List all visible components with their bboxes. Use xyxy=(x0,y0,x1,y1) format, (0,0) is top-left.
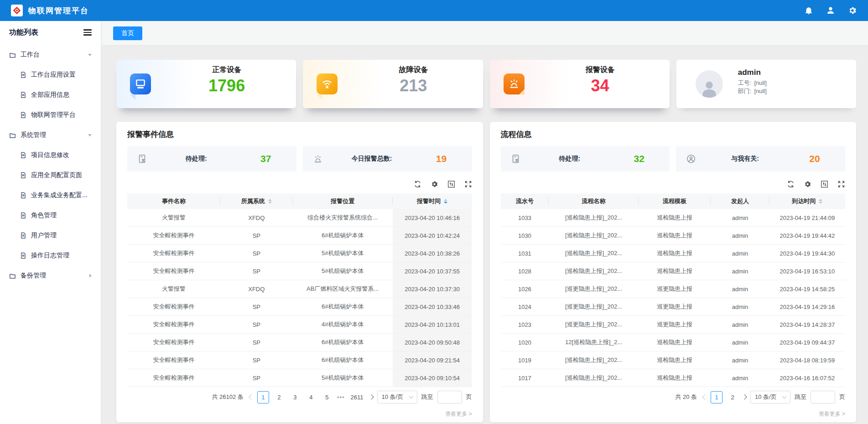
sidebar-item-backup-management[interactable]: 备份管理 xyxy=(0,266,101,286)
table-cell: 安全帽检测事件 xyxy=(127,245,220,262)
table-row[interactable]: 安全帽检测事件SP6#机组锅炉本体2023-04-20 10:42:24 xyxy=(127,227,472,245)
table-row[interactable]: 安全帽检测事件SP6#机组锅炉本体2023-04-20 09:21:54 xyxy=(127,351,472,369)
sidebar-item-workbench-app-settings[interactable]: 工作台应用设置 xyxy=(0,65,101,85)
sidebar-item-all-app-info[interactable]: 全部应用信息 xyxy=(0,85,101,105)
col-header-system[interactable]: 所属系统 xyxy=(220,194,293,209)
brand-logo-icon xyxy=(11,5,23,16)
table-row[interactable]: 1030[巡检隐患上报]_202...巡检隐患上报admin2023-04-19… xyxy=(501,227,846,245)
table-cell: 5#机组锅炉本体 xyxy=(293,245,393,262)
sidebar-item-operation-log-management[interactable]: 操作日志管理 xyxy=(0,246,101,266)
table-row[interactable]: 火警报警XFDQAB厂燃料区域火灾报警系...2023-04-20 10:37:… xyxy=(127,280,472,298)
prev-page-icon[interactable] xyxy=(249,394,254,399)
sidebar-item-project-info-edit[interactable]: 项目信息修改 xyxy=(0,145,101,165)
jump-page-input[interactable] xyxy=(437,391,462,403)
stat-box-pending: 待处理: 32 xyxy=(501,146,670,172)
prev-page-icon[interactable] xyxy=(702,394,707,399)
user-field-value: [null] xyxy=(754,79,766,86)
user-card[interactable]: admin 工号:[null] 部门:[null] xyxy=(676,60,856,108)
table-cell: admin xyxy=(711,227,769,244)
page-button[interactable]: 4 xyxy=(305,391,317,403)
table-row[interactable]: 1019[巡检隐患上报]_202...巡检隐患上报admin2023-04-18… xyxy=(501,351,846,369)
table-cell: 1028 xyxy=(501,262,549,280)
doc-icon xyxy=(20,112,26,118)
settings-icon[interactable] xyxy=(431,180,438,188)
col-header-alarm-time[interactable]: 报警时间 xyxy=(393,194,472,209)
stat-value: 37 xyxy=(245,153,286,164)
view-more-link[interactable]: 查看更多 > xyxy=(501,407,846,421)
alarm-pagination: 共 26102 条 1 2 3 4 5 ••• 2611 10 条/页 跳至 页 xyxy=(127,387,472,407)
table-row[interactable]: 安全帽检测事件SP5#机组锅炉本体2023-04-20 10:37:55 xyxy=(127,262,472,280)
view-more-link[interactable]: 查看更多 > xyxy=(127,407,472,421)
page-size-select[interactable]: 10 条/页 xyxy=(377,391,417,403)
user-icon[interactable] xyxy=(826,6,835,15)
sidebar-item-system-management[interactable]: 系统管理 xyxy=(0,125,101,145)
sidebar-item-business-integration-config[interactable]: 业务集成业务配置... xyxy=(0,185,101,205)
sidebar-item-iot-platform[interactable]: 物联网管理平台 xyxy=(0,105,101,125)
doc-icon xyxy=(20,152,26,158)
table-row[interactable]: 1031[巡检隐患上报]_202...巡检隐患上报admin2023-04-19… xyxy=(501,245,846,262)
page-button[interactable]: 1 xyxy=(711,391,722,403)
sidebar-item-app-global-config[interactable]: 应用全局配置页面 xyxy=(0,165,101,185)
fullscreen-icon[interactable] xyxy=(464,180,472,188)
table-cell: XFDQ xyxy=(220,209,293,226)
sort-icon-active-desc[interactable] xyxy=(444,199,447,204)
doc-icon xyxy=(20,192,26,199)
table-row[interactable]: 1033[巡检隐患上报]_202...巡检隐患上报admin2023-04-19… xyxy=(501,209,846,227)
doc-icon xyxy=(20,72,26,78)
page-button[interactable]: 3 xyxy=(289,391,301,403)
refresh-icon[interactable] xyxy=(787,180,795,188)
alarm-events-panel: 报警事件信息 待处理: 37 今日报警总数: 19 xyxy=(116,122,483,422)
stat-card-alarm-devices[interactable]: 报警设备 34 xyxy=(490,60,670,108)
columns-icon[interactable] xyxy=(447,180,455,188)
page-button[interactable]: 2611 xyxy=(349,391,365,403)
page-button[interactable]: 2 xyxy=(727,391,738,403)
stat-card-fault-devices[interactable]: 故障设备 213 xyxy=(303,60,483,108)
table-row[interactable]: 102012[巡检隐患上报]_2...巡检隐患上报admin2023-04-19… xyxy=(501,334,846,351)
sort-icon[interactable] xyxy=(819,199,822,204)
tab-home[interactable]: 首页 xyxy=(113,26,142,40)
process-info-panel: 流程信息 待处理: 32 与我有关: 20 xyxy=(490,122,857,422)
gear-icon[interactable] xyxy=(848,6,857,15)
page-size-select[interactable]: 10 条/页 xyxy=(750,391,790,403)
col-header-arrival-time[interactable]: 到达时间 xyxy=(769,194,845,209)
table-row[interactable]: 安全帽检测事件SP6#机组锅炉本体2023-04-20 10:33:46 xyxy=(127,298,472,316)
page-button[interactable]: 2 xyxy=(273,391,285,403)
table-cell: 巡检隐患上报 xyxy=(639,369,711,387)
page-button[interactable]: 1 xyxy=(257,391,269,403)
table-row[interactable]: 安全帽检测事件SP4#机组锅炉本体2023-04-20 10:13:01 xyxy=(127,316,472,334)
total-count: 共 26102 条 xyxy=(212,393,244,401)
table-row[interactable]: 1026[巡更隐患上报]_202...巡更隐患上报admin2023-04-19… xyxy=(501,280,846,298)
collapse-menu-icon[interactable] xyxy=(83,29,92,36)
table-row[interactable]: 安全帽检测事件SP5#机组锅炉本体2023-04-20 10:38:26 xyxy=(127,245,472,262)
next-page-icon[interactable] xyxy=(742,394,747,399)
stat-card-value: 34 xyxy=(535,76,665,95)
stat-label: 待处理: xyxy=(521,155,619,163)
table-cell: 2023-04-20 10:13:01 xyxy=(393,316,472,333)
table-row[interactable]: 1028[巡检隐患上报]_202...巡检隐患上报admin2023-04-19… xyxy=(501,262,846,280)
table-row[interactable]: 1023[巡更隐患上报]_202...巡更隐患上报admin2023-04-19… xyxy=(501,316,846,334)
jump-page-input[interactable] xyxy=(811,391,835,403)
table-row[interactable]: 安全帽检测事件SP5#机组锅炉本体2023-04-20 09:10:54 xyxy=(127,369,472,387)
sidebar-menu: 工作台 工作台应用设置 全部应用信息 物联网管理平台 系统管理 xyxy=(0,44,101,286)
sidebar-item-workbench[interactable]: 工作台 xyxy=(0,45,101,65)
table-row[interactable]: 安全帽检测事件SP6#机组锅炉本体2023-04-20 09:50:48 xyxy=(127,334,472,351)
fullscreen-icon[interactable] xyxy=(837,180,845,188)
page-button[interactable]: 5 xyxy=(321,391,333,403)
col-header-initiator: 发起人 xyxy=(711,194,769,209)
settings-icon[interactable] xyxy=(804,180,811,188)
sidebar-item-user-management[interactable]: 用户管理 xyxy=(0,225,101,246)
table-row[interactable]: 1024[巡更隐患上报]_202...巡更隐患上报admin2023-04-19… xyxy=(501,298,846,316)
sidebar-item-role-management[interactable]: 角色管理 xyxy=(0,205,101,225)
table-cell: 1019 xyxy=(501,351,549,369)
page-ellipsis[interactable]: ••• xyxy=(337,394,345,401)
stat-card-normal-devices[interactable]: 正常设备 1796 xyxy=(116,60,296,108)
refresh-icon[interactable] xyxy=(414,180,421,188)
page-unit-label: 页 xyxy=(839,393,845,401)
table-row[interactable]: 火警报警XFDQ综合楼火灾报警系统综合...2023-04-20 10:46:1… xyxy=(127,209,472,227)
next-page-icon[interactable] xyxy=(369,394,374,399)
table-cell: admin xyxy=(711,262,769,280)
sort-icon[interactable] xyxy=(268,199,272,204)
columns-icon[interactable] xyxy=(821,180,828,188)
bell-icon[interactable] xyxy=(804,6,813,15)
table-row[interactable]: 1017[巡检隐患上报]_202...巡检隐患上报admin2023-04-16… xyxy=(501,369,846,387)
